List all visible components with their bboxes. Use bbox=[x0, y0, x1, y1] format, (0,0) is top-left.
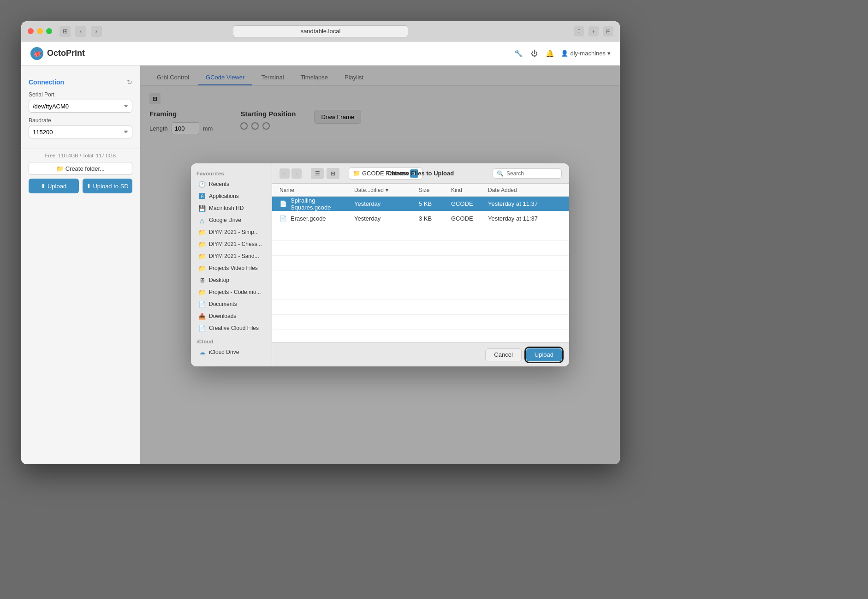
connection-header: Connection ↻ bbox=[29, 78, 132, 86]
url-text: sandtable.local bbox=[301, 28, 341, 35]
sidebar-item-diym-chess[interactable]: 📁 DIYM 2021 - Chess... bbox=[193, 238, 270, 250]
upload-button[interactable]: ⬆ Upload bbox=[29, 179, 79, 193]
file-icon-1: 📄 bbox=[279, 200, 287, 208]
list-view-button[interactable]: ☰ bbox=[311, 168, 324, 179]
maximize-button[interactable] bbox=[46, 28, 52, 34]
sidebar-item-diym-sand[interactable]: 📁 DIYM 2021 - Sand... bbox=[193, 250, 270, 262]
file-kind-1: GCODE bbox=[451, 200, 488, 207]
logo-icon: 🐙 bbox=[30, 47, 43, 60]
sidebar-item-recents[interactable]: 🕐 Recents bbox=[193, 178, 270, 190]
tabs-icon[interactable]: ⊟ bbox=[603, 26, 613, 36]
forward-button[interactable]: › bbox=[91, 26, 102, 37]
navigation-controls: ⊞ ‹ › bbox=[59, 26, 102, 37]
diym-sand-icon: 📁 bbox=[198, 252, 206, 260]
octoprint-header: 🐙 OctoPrint 🔧 ⏻ 🔔 👤 diy-machines ▾ bbox=[21, 42, 620, 66]
col-added-header: Date Added bbox=[488, 187, 562, 193]
dialog-sidebar: Favourites 🕐 Recents 🅰 Applications bbox=[191, 163, 272, 366]
recents-label: Recents bbox=[209, 181, 229, 187]
file-list: Name Date...dified ▾ Size Kind Date Adde… bbox=[272, 184, 569, 342]
empty-row-3 bbox=[272, 256, 569, 270]
sidebar-item-creative-cloud[interactable]: 📄 Creative Cloud Files bbox=[193, 322, 270, 334]
sidebar-toggle-button[interactable]: ⊞ bbox=[59, 26, 71, 37]
dialog-forward-button[interactable]: › bbox=[291, 168, 302, 179]
file-chooser-dialog: Favourites 🕐 Recents 🅰 Applications bbox=[191, 163, 569, 366]
connection-title: Connection bbox=[29, 78, 64, 86]
dialog-title: Choose Files to Upload bbox=[387, 170, 454, 177]
username-text: diy-machines bbox=[570, 50, 606, 57]
refresh-icon[interactable]: ↻ bbox=[127, 78, 132, 86]
cancel-button[interactable]: Cancel bbox=[485, 348, 521, 361]
diym-chess-icon: 📁 bbox=[198, 240, 206, 248]
icloud-title: iCloud bbox=[191, 337, 272, 346]
dialog-main: Choose Files to Upload ‹ › ☰ ⊞ bbox=[272, 163, 569, 366]
sidebar-item-applications[interactable]: 🅰 Applications bbox=[193, 190, 270, 202]
close-button[interactable] bbox=[28, 28, 34, 34]
grid-view-button[interactable]: ⊞ bbox=[327, 168, 339, 179]
sidebar-item-google-drive[interactable]: △ Google Drive bbox=[193, 214, 270, 226]
col-date-header: Date...dified ▾ bbox=[354, 187, 419, 193]
wrench-icon[interactable]: 🔧 bbox=[514, 49, 523, 58]
sidebar-item-diym-simp[interactable]: 📁 DIYM 2021 - Simp... bbox=[193, 226, 270, 238]
minimize-button[interactable] bbox=[37, 28, 43, 34]
diym-simp-icon: 📁 bbox=[198, 228, 206, 236]
upload-confirm-button[interactable]: Upload bbox=[526, 348, 562, 361]
octoprint-logo: 🐙 OctoPrint bbox=[30, 47, 85, 60]
diym-simp-label: DIYM 2021 - Simp... bbox=[209, 229, 259, 235]
file-date-1: Yesterday bbox=[354, 200, 419, 207]
serial-port-group: Serial Port /dev/ttyACM0 bbox=[29, 91, 132, 113]
power-icon[interactable]: ⏻ bbox=[529, 49, 539, 58]
main-layout: Connection ↻ Serial Port /dev/ttyACM0 Ba… bbox=[21, 66, 620, 464]
create-folder-button[interactable]: 📁 Create folder... bbox=[29, 162, 132, 175]
col-size-header: Size bbox=[419, 187, 451, 193]
storage-info: Free: 110.4GB / Total: 117.0GB bbox=[29, 153, 132, 158]
file-added-1: Yesterday at 11:37 bbox=[488, 200, 562, 207]
upload-buttons: ⬆ Upload ⬆ Upload to SD bbox=[29, 179, 132, 193]
empty-row-4 bbox=[272, 270, 569, 285]
dialog-back-button[interactable]: ‹ bbox=[279, 168, 290, 179]
user-icon: 👤 bbox=[561, 50, 568, 57]
baudrate-select[interactable]: 115200 bbox=[29, 126, 132, 138]
sidebar-item-documents[interactable]: 📄 Documents bbox=[193, 298, 270, 310]
file-list-header: Name Date...dified ▾ Size Kind Date Adde… bbox=[272, 184, 569, 197]
recents-icon: 🕐 bbox=[198, 180, 206, 188]
file-row-1[interactable]: 📄 Spiralling-Squares.gcode Yesterday 5 K… bbox=[272, 197, 569, 211]
macintosh-hd-icon: 💾 bbox=[198, 204, 206, 212]
address-bar[interactable]: sandtable.local bbox=[233, 25, 408, 37]
file-row-2[interactable]: 📄 Eraser.gcode Yesterday 3 KB GCODE Yest… bbox=[272, 211, 569, 226]
sidebar-item-downloads[interactable]: 📥 Downloads bbox=[193, 310, 270, 322]
user-menu[interactable]: 👤 diy-machines ▾ bbox=[561, 50, 611, 57]
sidebar-item-macintosh-hd[interactable]: 💾 Macintosh HD bbox=[193, 202, 270, 214]
google-drive-icon: △ bbox=[198, 216, 206, 224]
logo-text: OctoPrint bbox=[47, 48, 85, 58]
empty-row-7 bbox=[272, 315, 569, 329]
sidebar-item-projects-video[interactable]: 📁 Projects Video Files bbox=[193, 262, 270, 274]
upload-sd-button[interactable]: ⬆ Upload to SD bbox=[83, 179, 133, 193]
back-button[interactable]: ‹ bbox=[75, 26, 86, 37]
location-folder-icon: 📁 bbox=[353, 170, 360, 177]
share-icon[interactable]: ⤴ bbox=[574, 26, 584, 36]
sidebar-item-icloud-drive[interactable]: ☁ iCloud Drive bbox=[193, 346, 270, 358]
bell-icon[interactable]: 🔔 bbox=[545, 49, 554, 58]
downloads-icon: 📥 bbox=[198, 312, 206, 320]
col-name-header: Name bbox=[279, 187, 354, 193]
serial-port-select[interactable]: /dev/ttyACM0 bbox=[29, 100, 132, 113]
downloads-label: Downloads bbox=[209, 313, 236, 319]
macintosh-hd-label: Macintosh HD bbox=[209, 205, 244, 211]
baudrate-group: Baudrate 115200 bbox=[29, 117, 132, 138]
empty-row-2 bbox=[272, 241, 569, 256]
creative-cloud-icon: 📄 bbox=[198, 324, 206, 332]
sidebar-item-projects-code[interactable]: 📁 Projects - Code,mo... bbox=[193, 286, 270, 298]
add-tab-icon[interactable]: + bbox=[589, 26, 599, 36]
documents-icon: 📄 bbox=[198, 300, 206, 308]
dialog-title-bar: Choose Files to Upload ‹ › ☰ ⊞ bbox=[272, 163, 569, 184]
diym-sand-label: DIYM 2021 - Sand... bbox=[209, 253, 259, 259]
projects-video-label: Projects Video Files bbox=[209, 265, 258, 271]
search-icon: 🔍 bbox=[497, 170, 504, 177]
sort-icon: ▾ bbox=[386, 187, 388, 193]
search-input[interactable] bbox=[506, 170, 558, 177]
traffic-lights bbox=[28, 28, 52, 34]
empty-row-6 bbox=[272, 300, 569, 315]
sidebar-item-desktop[interactable]: 🖥 Desktop bbox=[193, 274, 270, 286]
title-bar-right: ⤴ + ⊟ bbox=[574, 26, 613, 36]
browser-content: 🐙 OctoPrint 🔧 ⏻ 🔔 👤 diy-machines ▾ bbox=[21, 42, 620, 464]
